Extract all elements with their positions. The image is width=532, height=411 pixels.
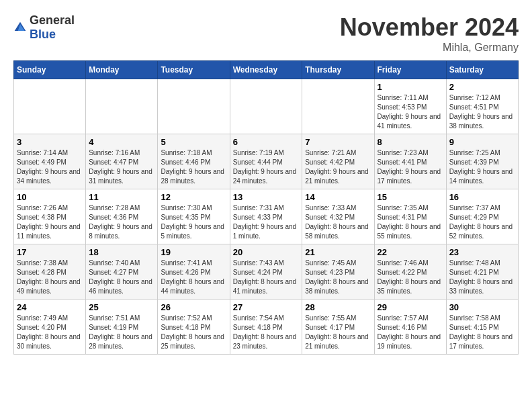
calendar-cell: 1Sunrise: 7:11 AM Sunset: 4:53 PM Daylig… xyxy=(374,79,446,134)
page-header: General Blue November 2024 Mihla, German… xyxy=(13,13,519,54)
day-number: 18 xyxy=(89,247,154,257)
day-number: 13 xyxy=(233,192,300,202)
weekday-header-sunday: Sunday xyxy=(14,61,86,79)
day-info: Sunrise: 7:11 AM Sunset: 4:53 PM Dayligh… xyxy=(378,93,443,131)
month-title: November 2024 xyxy=(340,13,519,42)
calendar-cell: 2Sunrise: 7:12 AM Sunset: 4:51 PM Daylig… xyxy=(446,79,518,134)
weekday-header-row: SundayMondayTuesdayWednesdayThursdayFrid… xyxy=(14,61,519,79)
calendar-cell: 27Sunrise: 7:54 AM Sunset: 4:18 PM Dayli… xyxy=(230,300,302,355)
calendar-cell: 15Sunrise: 7:35 AM Sunset: 4:31 PM Dayli… xyxy=(374,189,446,244)
calendar-cell: 19Sunrise: 7:41 AM Sunset: 4:26 PM Dayli… xyxy=(158,244,230,300)
calendar-cell: 16Sunrise: 7:37 AM Sunset: 4:29 PM Dayli… xyxy=(446,189,518,244)
day-info: Sunrise: 7:54 AM Sunset: 4:18 PM Dayligh… xyxy=(233,314,300,351)
day-info: Sunrise: 7:41 AM Sunset: 4:26 PM Dayligh… xyxy=(161,259,226,296)
day-info: Sunrise: 7:33 AM Sunset: 4:32 PM Dayligh… xyxy=(305,203,371,241)
title-area: November 2024 Mihla, Germany xyxy=(340,13,519,54)
weekday-header-wednesday: Wednesday xyxy=(230,61,302,79)
logo-blue: Blue xyxy=(30,28,56,41)
day-info: Sunrise: 7:28 AM Sunset: 4:36 PM Dayligh… xyxy=(89,203,154,241)
calendar-week-row: 3Sunrise: 7:14 AM Sunset: 4:49 PM Daylig… xyxy=(14,134,519,189)
location-title: Mihla, Germany xyxy=(340,42,519,54)
day-number: 20 xyxy=(233,247,300,257)
day-info: Sunrise: 7:25 AM Sunset: 4:39 PM Dayligh… xyxy=(449,148,515,186)
day-info: Sunrise: 7:45 AM Sunset: 4:23 PM Dayligh… xyxy=(305,259,371,296)
day-info: Sunrise: 7:30 AM Sunset: 4:35 PM Dayligh… xyxy=(161,203,226,241)
day-info: Sunrise: 7:52 AM Sunset: 4:18 PM Dayligh… xyxy=(161,314,226,351)
calendar-cell: 25Sunrise: 7:51 AM Sunset: 4:19 PM Dayli… xyxy=(86,300,158,355)
calendar-cell: 11Sunrise: 7:28 AM Sunset: 4:36 PM Dayli… xyxy=(86,189,158,244)
day-info: Sunrise: 7:14 AM Sunset: 4:49 PM Dayligh… xyxy=(17,148,83,186)
calendar-cell: 30Sunrise: 7:58 AM Sunset: 4:15 PM Dayli… xyxy=(446,300,518,355)
calendar-week-row: 10Sunrise: 7:26 AM Sunset: 4:38 PM Dayli… xyxy=(14,189,519,244)
day-number: 4 xyxy=(89,137,154,147)
calendar-cell: 14Sunrise: 7:33 AM Sunset: 4:32 PM Dayli… xyxy=(302,189,374,244)
calendar-table: SundayMondayTuesdayWednesdayThursdayFrid… xyxy=(13,60,519,355)
day-number: 10 xyxy=(17,192,83,202)
day-info: Sunrise: 7:43 AM Sunset: 4:24 PM Dayligh… xyxy=(233,259,300,296)
weekday-header-saturday: Saturday xyxy=(446,61,518,79)
day-number: 26 xyxy=(161,302,226,312)
day-info: Sunrise: 7:26 AM Sunset: 4:38 PM Dayligh… xyxy=(17,203,83,241)
day-number: 25 xyxy=(89,302,154,312)
logo-icon xyxy=(13,21,27,34)
calendar-cell: 12Sunrise: 7:30 AM Sunset: 4:35 PM Dayli… xyxy=(158,189,230,244)
day-info: Sunrise: 7:40 AM Sunset: 4:27 PM Dayligh… xyxy=(89,259,154,296)
calendar-cell: 5Sunrise: 7:18 AM Sunset: 4:46 PM Daylig… xyxy=(158,134,230,189)
calendar-cell: 20Sunrise: 7:43 AM Sunset: 4:24 PM Dayli… xyxy=(230,244,302,300)
day-info: Sunrise: 7:57 AM Sunset: 4:16 PM Dayligh… xyxy=(378,314,443,351)
day-info: Sunrise: 7:16 AM Sunset: 4:47 PM Dayligh… xyxy=(89,148,154,186)
weekday-header-monday: Monday xyxy=(86,61,158,79)
calendar-cell xyxy=(302,79,374,134)
day-info: Sunrise: 7:35 AM Sunset: 4:31 PM Dayligh… xyxy=(378,203,443,241)
calendar-cell: 7Sunrise: 7:21 AM Sunset: 4:42 PM Daylig… xyxy=(302,134,374,189)
logo-general: General xyxy=(30,13,75,27)
day-info: Sunrise: 7:23 AM Sunset: 4:41 PM Dayligh… xyxy=(378,148,443,186)
day-info: Sunrise: 7:51 AM Sunset: 4:19 PM Dayligh… xyxy=(89,314,154,351)
day-info: Sunrise: 7:38 AM Sunset: 4:28 PM Dayligh… xyxy=(17,259,83,296)
calendar-cell: 18Sunrise: 7:40 AM Sunset: 4:27 PM Dayli… xyxy=(86,244,158,300)
day-number: 21 xyxy=(305,247,371,257)
calendar-cell: 13Sunrise: 7:31 AM Sunset: 4:33 PM Dayli… xyxy=(230,189,302,244)
day-info: Sunrise: 7:21 AM Sunset: 4:42 PM Dayligh… xyxy=(305,148,371,186)
calendar-cell: 21Sunrise: 7:45 AM Sunset: 4:23 PM Dayli… xyxy=(302,244,374,300)
logo: General Blue xyxy=(13,13,75,42)
day-number: 23 xyxy=(449,247,515,257)
day-number: 15 xyxy=(378,192,443,202)
calendar-cell: 22Sunrise: 7:46 AM Sunset: 4:22 PM Dayli… xyxy=(374,244,446,300)
day-number: 30 xyxy=(449,302,515,312)
day-info: Sunrise: 7:49 AM Sunset: 4:20 PM Dayligh… xyxy=(17,314,83,351)
calendar-cell: 8Sunrise: 7:23 AM Sunset: 4:41 PM Daylig… xyxy=(374,134,446,189)
calendar-cell: 3Sunrise: 7:14 AM Sunset: 4:49 PM Daylig… xyxy=(14,134,86,189)
calendar-cell: 17Sunrise: 7:38 AM Sunset: 4:28 PM Dayli… xyxy=(14,244,86,300)
day-info: Sunrise: 7:58 AM Sunset: 4:15 PM Dayligh… xyxy=(449,314,515,351)
day-info: Sunrise: 7:19 AM Sunset: 4:44 PM Dayligh… xyxy=(233,148,300,186)
calendar-cell xyxy=(14,79,86,134)
calendar-cell: 10Sunrise: 7:26 AM Sunset: 4:38 PM Dayli… xyxy=(14,189,86,244)
day-number: 29 xyxy=(378,302,443,312)
day-info: Sunrise: 7:31 AM Sunset: 4:33 PM Dayligh… xyxy=(233,203,300,241)
day-number: 27 xyxy=(233,302,300,312)
calendar-week-row: 17Sunrise: 7:38 AM Sunset: 4:28 PM Dayli… xyxy=(14,244,519,300)
calendar-week-row: 24Sunrise: 7:49 AM Sunset: 4:20 PM Dayli… xyxy=(14,300,519,355)
calendar-cell xyxy=(230,79,302,134)
day-number: 14 xyxy=(305,192,371,202)
day-number: 3 xyxy=(17,137,83,147)
day-info: Sunrise: 7:55 AM Sunset: 4:17 PM Dayligh… xyxy=(305,314,371,351)
day-info: Sunrise: 7:48 AM Sunset: 4:21 PM Dayligh… xyxy=(449,259,515,296)
day-number: 16 xyxy=(449,192,515,202)
calendar-cell: 29Sunrise: 7:57 AM Sunset: 4:16 PM Dayli… xyxy=(374,300,446,355)
calendar-cell: 26Sunrise: 7:52 AM Sunset: 4:18 PM Dayli… xyxy=(158,300,230,355)
calendar-cell: 4Sunrise: 7:16 AM Sunset: 4:47 PM Daylig… xyxy=(86,134,158,189)
calendar-cell: 9Sunrise: 7:25 AM Sunset: 4:39 PM Daylig… xyxy=(446,134,518,189)
day-number: 19 xyxy=(161,247,226,257)
day-number: 17 xyxy=(17,247,83,257)
weekday-header-thursday: Thursday xyxy=(302,61,374,79)
day-number: 7 xyxy=(305,137,371,147)
calendar-cell: 23Sunrise: 7:48 AM Sunset: 4:21 PM Dayli… xyxy=(446,244,518,300)
calendar-cell: 28Sunrise: 7:55 AM Sunset: 4:17 PM Dayli… xyxy=(302,300,374,355)
day-info: Sunrise: 7:18 AM Sunset: 4:46 PM Dayligh… xyxy=(161,148,226,186)
day-number: 8 xyxy=(378,137,443,147)
day-info: Sunrise: 7:12 AM Sunset: 4:51 PM Dayligh… xyxy=(449,93,515,131)
day-number: 1 xyxy=(378,82,443,92)
day-info: Sunrise: 7:37 AM Sunset: 4:29 PM Dayligh… xyxy=(449,203,515,241)
